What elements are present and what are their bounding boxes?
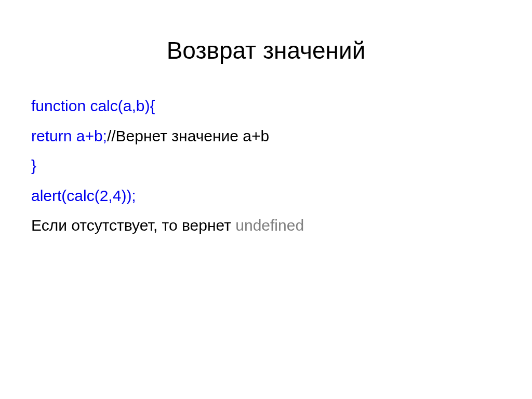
code-text: } [31,157,36,174]
code-line-2: return a+b;//Вернет значение a+b [31,123,501,149]
slide-content: function calc(a,b){ return a+b;//Вернет … [31,93,501,238]
code-line-3: } [31,153,501,179]
slide-title: Возврат значений [31,36,501,64]
body-text: Если отсутствует, то вернет [31,217,235,234]
code-line-4: alert(calc(2,4)); [31,183,501,209]
slide-container: Возврат значений function calc(a,b){ ret… [0,0,532,399]
code-text: function calc(a,b){ [31,97,155,114]
code-text: return a+b; [31,127,107,144]
code-line-5: Если отсутствует, то вернет undefined [31,212,501,238]
code-line-1: function calc(a,b){ [31,93,501,119]
comment-text: //Вернет значение a+b [107,127,269,144]
code-text: alert(calc(2,4)); [31,187,136,204]
keyword-text: undefined [235,217,304,234]
